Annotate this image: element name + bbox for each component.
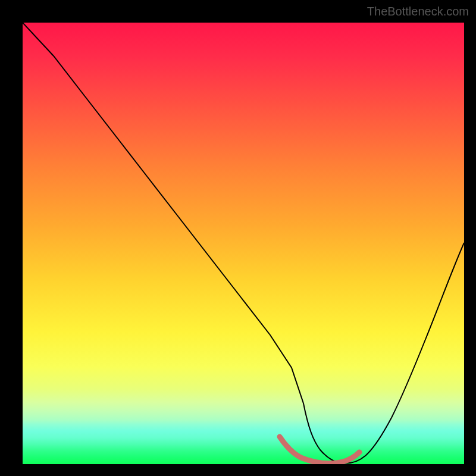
- watermark-text: TheBottleneck.com: [367, 5, 469, 18]
- bottleneck-curve-line: [23, 23, 464, 464]
- optimal-range-marker: [280, 437, 359, 464]
- bottleneck-chart: TheBottleneck.com: [0, 0, 476, 476]
- plot-area: [23, 23, 464, 464]
- curve-svg: [23, 23, 464, 464]
